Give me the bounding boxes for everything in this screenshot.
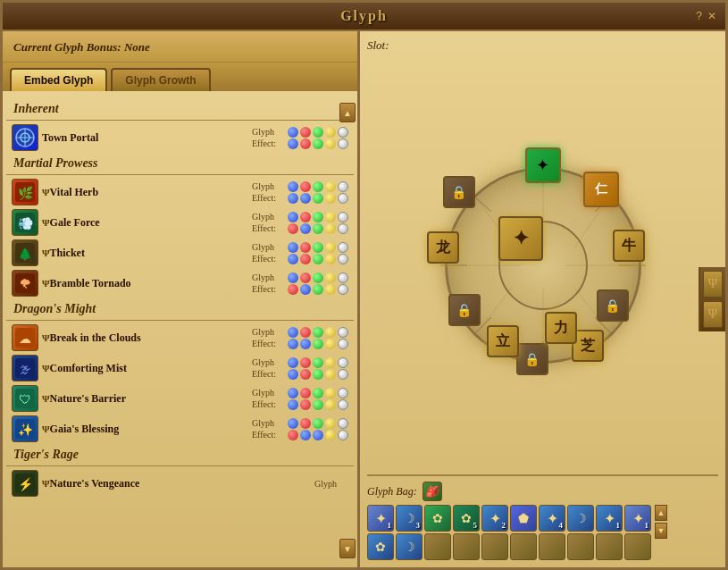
bag-slot-empty[interactable] (453, 533, 480, 560)
gem-yellow (325, 284, 336, 295)
embed-glyph-tab[interactable]: Embed Glyph (10, 68, 107, 91)
gem-green (313, 327, 323, 338)
gem-yellow (325, 388, 336, 398)
glyph-name-col: ΨThicket (42, 247, 252, 260)
gem-blue (288, 212, 298, 222)
bag-slot[interactable]: ✦2 (481, 505, 508, 532)
gem-green (313, 223, 323, 234)
list-item[interactable]: 🌲 ΨThicket Glyph (6, 238, 354, 268)
bag-slot[interactable]: ✿ (367, 533, 394, 560)
effect-row-effect: Effect: (252, 339, 348, 349)
glyph-name: ΨNature's Barrier (42, 392, 252, 406)
gem-yellow (325, 193, 336, 204)
bag-slot[interactable]: ⬟ (510, 505, 537, 532)
glyph-icon-break: ☁ (12, 324, 38, 351)
bag-slot[interactable]: ☽ (567, 505, 594, 532)
bag-slot-empty[interactable] (624, 533, 651, 560)
effect-row-glyph: Glyph (252, 327, 348, 338)
glyph-name-col: ΨBreak in the Clouds (42, 331, 252, 345)
glyph-name: ΨBramble Tornado (42, 277, 252, 290)
circle-slot-bottom[interactable]: 🔒 (516, 343, 548, 375)
gem-yellow (325, 327, 336, 338)
bag-slot-empty[interactable] (539, 533, 565, 560)
circle-slot-top-right[interactable]: 仁 (583, 172, 619, 207)
bag-slot[interactable]: ☽ (396, 533, 423, 560)
circle-slot-bottom-force[interactable]: 力 (545, 312, 577, 344)
circle-slot-left[interactable]: 龙 (427, 231, 459, 264)
glyph-icon-comforting: 🌫 (12, 355, 38, 381)
bonus-value: None (124, 40, 150, 54)
main-window: Glyph ? ✕ Current Glyph Bonus: None Embe… (0, 0, 728, 570)
effect-row-glyph: Glyph (252, 212, 348, 222)
bag-slot[interactable]: ✦1 (596, 505, 623, 532)
bag-scroll-buttons: ▲ ▼ (655, 505, 667, 539)
bag-slot[interactable]: ✦1 (367, 505, 394, 532)
side-nav-btn-1[interactable]: Ψ (703, 271, 723, 298)
glyph-effects: Glyph Effect: (252, 418, 348, 440)
gem-blue (313, 430, 323, 440)
glyph-growth-tab[interactable]: Glyph Growth (111, 68, 210, 91)
bonus-text: Current Glyph Bonus: None (13, 40, 150, 54)
svg-text:🌿: 🌿 (18, 186, 34, 201)
bag-slot[interactable]: ☽3 (396, 505, 423, 532)
circle-slot-top[interactable]: ✦ (525, 147, 561, 183)
effect-label-glyph: Glyph (252, 272, 286, 282)
bag-slot[interactable]: ✿5 (453, 505, 480, 532)
effect-label-effect: Effect: (252, 223, 286, 233)
bag-scroll-down[interactable]: ▼ (655, 523, 667, 539)
effect-label-effect: Effect: (252, 284, 286, 294)
close-button[interactable]: ✕ (707, 10, 716, 22)
bag-slot-empty[interactable] (567, 533, 594, 560)
list-item[interactable]: 💨 ΨGale Force Glyph (6, 207, 354, 238)
gem-red (288, 430, 298, 440)
list-item[interactable]: 🌪 ΨBramble Tornado Glyph (6, 268, 354, 298)
svg-text:✨: ✨ (18, 423, 34, 438)
glyph-icon-thicket: 🌲 (12, 239, 38, 266)
list-item[interactable]: 🌫 ΨComforting Mist Glyph (6, 353, 354, 383)
gem-red (288, 284, 298, 295)
side-nav-btn-2[interactable]: Ψ (703, 301, 723, 328)
gem-green (313, 399, 323, 410)
gem-yellow (325, 223, 336, 234)
circle-slot-bottom-left-lock[interactable]: 🔒 (448, 294, 481, 326)
circle-slot-left-lock[interactable]: 🔒 (443, 176, 475, 208)
help-button[interactable]: ? (696, 10, 702, 22)
effect-row-glyph: Glyph (252, 357, 348, 368)
bag-slot[interactable]: ✦1 (624, 505, 651, 532)
bag-slot[interactable]: ✿ (424, 505, 451, 532)
bag-slot-empty[interactable] (596, 533, 623, 560)
bag-slot-empty[interactable] (481, 533, 508, 560)
effect-label-effect: Effect: (252, 399, 286, 409)
effect-row-effect: Effect: (252, 284, 348, 295)
effect-row-glyph: Glyph (252, 127, 348, 138)
circle-slot-right-top[interactable]: 牛 (613, 230, 645, 262)
glyph-effects: Glyph Effect: (252, 127, 348, 149)
bag-scroll-up[interactable]: ▲ (655, 505, 667, 521)
glyph-effects: Glyph Effect: (252, 327, 348, 349)
side-nav: Ψ Ψ (699, 267, 725, 331)
gem-green (313, 181, 323, 192)
glyph-name-col: ΨNature's Vengeance (42, 477, 314, 490)
gem-red (300, 181, 311, 192)
circle-slot-bottom-left[interactable]: 立 (487, 325, 519, 357)
window-title: Glyph (340, 8, 388, 23)
scroll-up-arrow[interactable]: ▲ (339, 103, 356, 122)
bag-slot-empty[interactable] (510, 533, 537, 560)
bag-label-text: Glyph Bag: (367, 485, 417, 499)
list-item[interactable]: 🛡 ΨNature's Barrier Glyph (6, 383, 354, 414)
list-item[interactable]: ⚡ ΨNature's Vengeance Glyph (6, 468, 354, 499)
glyph-name: ΨGaia's Blessing (42, 423, 252, 436)
glyph-name-col: ΨBramble Tornado (42, 277, 252, 290)
list-item[interactable]: ☁ ΨBreak in the Clouds Glyph (6, 323, 354, 353)
bag-slot-empty[interactable] (424, 533, 451, 560)
list-item[interactable]: ✨ ΨGaia's Blessing Glyph (6, 414, 354, 444)
bag-slot[interactable]: ✦4 (539, 505, 565, 532)
scroll-down-arrow[interactable]: ▼ (339, 539, 356, 558)
glyph-icon-nature-veng: ⚡ (12, 470, 38, 497)
circle-slot-center[interactable]: ✦ (498, 216, 543, 261)
circle-slot-right[interactable]: 🔒 (597, 289, 629, 322)
glyph-icon-town-portal (12, 124, 38, 151)
list-item[interactable]: 🌿 ΨVital Herb Glyph (6, 177, 354, 207)
list-item[interactable]: Town Portal Glyph (6, 122, 354, 153)
glyph-list[interactable]: Inherent Town Portal Glyph (3, 91, 357, 567)
